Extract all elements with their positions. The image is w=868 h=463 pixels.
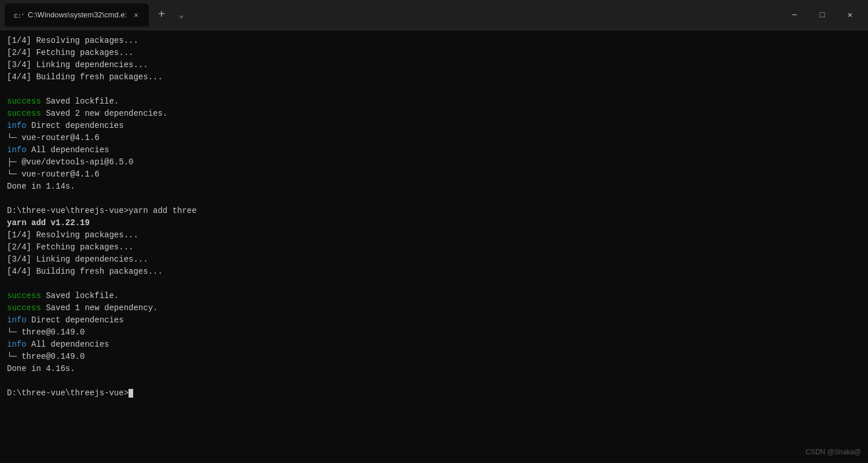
terminal-line: success Saved 2 new dependencies. bbox=[7, 108, 861, 120]
terminal-line: D:\three-vue\threejs-vue>yarn add three bbox=[7, 205, 861, 217]
terminal-line bbox=[7, 278, 861, 290]
terminal-line: [3/4] Linking dependencies... bbox=[7, 59, 861, 71]
terminal-line: Done in 4.16s. bbox=[7, 363, 861, 375]
terminal-line: success Saved lockfile. bbox=[7, 290, 861, 302]
terminal-line: success Saved 1 new dependency. bbox=[7, 302, 861, 314]
tab-title: C:\Windows\system32\cmd.e: bbox=[28, 10, 127, 19]
titlebar: C:\ C:\Windows\system32\cmd.e: ✕ + ⌄ ─ □… bbox=[0, 0, 868, 30]
terminal-line bbox=[7, 193, 861, 205]
terminal-line: └─ vue-router@4.1.6 bbox=[7, 168, 861, 181]
terminal-line: [1/4] Resolving packages... bbox=[7, 35, 861, 47]
terminal-line: info Direct dependencies bbox=[7, 120, 861, 132]
active-tab[interactable]: C:\ C:\Windows\system32\cmd.e: ✕ bbox=[5, 3, 149, 27]
terminal-line: [2/4] Fetching packages... bbox=[7, 241, 861, 253]
window-controls: ─ □ ✕ bbox=[781, 5, 863, 25]
terminal-line: Done in 1.14s. bbox=[7, 181, 861, 193]
terminal-line: D:\three-vue\threejs-vue> bbox=[7, 387, 861, 399]
add-tab-button[interactable]: + bbox=[151, 5, 172, 25]
terminal-line: ├─ @vue/devtools-api@6.5.0 bbox=[7, 156, 861, 168]
terminal-line: info All dependencies bbox=[7, 144, 861, 156]
maximize-button[interactable]: □ bbox=[809, 5, 836, 25]
tab-dropdown-button[interactable]: ⌄ bbox=[174, 6, 188, 23]
terminal-window[interactable]: [1/4] Resolving packages...[2/4] Fetchin… bbox=[0, 30, 868, 463]
minimize-button[interactable]: ─ bbox=[781, 5, 808, 25]
terminal-line: success Saved lockfile. bbox=[7, 95, 861, 108]
terminal-line: info Direct dependencies bbox=[7, 314, 861, 326]
terminal-line: [1/4] Resolving packages... bbox=[7, 229, 861, 241]
terminal-line: [4/4] Building fresh packages... bbox=[7, 266, 861, 278]
close-button[interactable]: ✕ bbox=[837, 5, 863, 25]
terminal-line bbox=[7, 375, 861, 387]
terminal-line: └─ vue-router@4.1.6 bbox=[7, 132, 861, 144]
terminal-line: └─ three@0.149.0 bbox=[7, 326, 861, 339]
watermark: CSDN @Shaka@ bbox=[805, 448, 861, 456]
terminal-icon: C:\ bbox=[13, 10, 23, 20]
terminal-line: [4/4] Building fresh packages... bbox=[7, 71, 861, 83]
terminal-line: info All dependencies bbox=[7, 339, 861, 351]
tab-close-button[interactable]: ✕ bbox=[131, 9, 141, 21]
terminal-line: └─ three@0.149.0 bbox=[7, 351, 861, 363]
svg-text:C:\: C:\ bbox=[14, 13, 23, 20]
terminal-line: yarn add v1.22.19 bbox=[7, 217, 861, 229]
titlebar-left: C:\ C:\Windows\system32\cmd.e: ✕ + ⌄ bbox=[5, 3, 781, 27]
terminal-line: [2/4] Fetching packages... bbox=[7, 47, 861, 59]
terminal-line: [3/4] Linking dependencies... bbox=[7, 253, 861, 266]
terminal-line bbox=[7, 83, 861, 95]
terminal-cursor bbox=[129, 389, 133, 398]
